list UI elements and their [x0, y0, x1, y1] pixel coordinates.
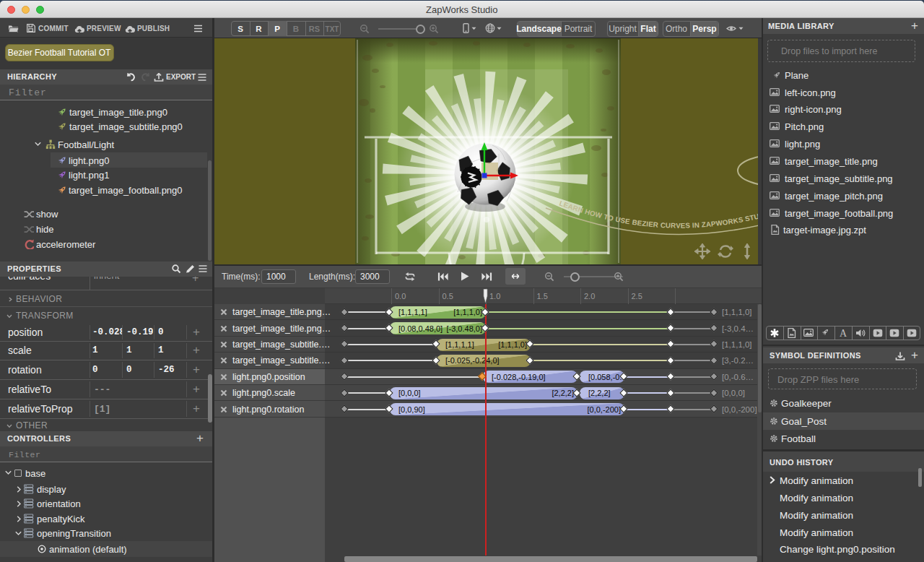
- svg-text:A: A: [840, 328, 847, 338]
